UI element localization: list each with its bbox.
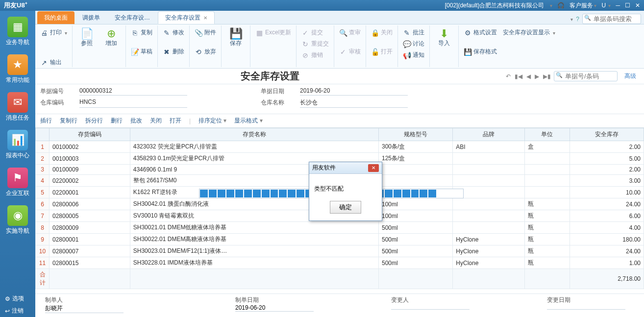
u-menu[interactable]: U	[601, 2, 611, 9]
approval-button[interactable]: ✎批注	[401, 27, 426, 38]
cell-qty[interactable]: 6.00	[570, 210, 644, 222]
undo-icon[interactable]: ↶	[505, 72, 512, 81]
sidebar-item-biznav[interactable]: ▦业务导航	[0, 11, 35, 49]
cell-unit[interactable]	[524, 165, 570, 175]
cell-code[interactable]: 00100009	[50, 165, 130, 175]
cell-unit[interactable]: 瓶	[524, 245, 570, 257]
cell-brand[interactable]: HyClone	[453, 257, 524, 269]
save-format-button[interactable]: 💾保存格式	[462, 47, 557, 57]
cell-qty[interactable]: 24.00	[570, 245, 644, 257]
cell-code[interactable]: 00100003	[50, 153, 130, 165]
tt-open[interactable]: 打开	[170, 117, 181, 125]
advanced-link[interactable]: 高级	[623, 71, 637, 81]
company-dropdown[interactable]	[549, 2, 552, 9]
sidebar-item-messages[interactable]: ✉消息任务	[0, 86, 35, 124]
tab-close-icon[interactable]: ✕	[203, 15, 207, 21]
cell-code[interactable]: 02800005	[50, 210, 130, 222]
table-row[interactable]: 1 00100002 4323032 荧光定量PCR八排管盖 300条/盒 AB…	[36, 141, 644, 153]
cell-name[interactable]: SH30021.01 DMEM低糖液体培养基	[130, 222, 378, 234]
wh-code-value[interactable]: HNCS	[79, 98, 187, 108]
close-icon[interactable]: ✕	[635, 2, 640, 9]
cell-unit[interactable]: 瓶	[524, 257, 570, 269]
tab-overflow[interactable]	[570, 16, 573, 23]
cell-brand[interactable]: HyClone	[453, 234, 524, 245]
cell-brand[interactable]	[453, 222, 524, 234]
copy-button[interactable]: ⎘复制	[129, 27, 154, 38]
tt-delrow[interactable]: 删行	[111, 117, 123, 125]
sidebar-item-reports[interactable]: 📊报表中心	[0, 124, 35, 162]
cell-spec[interactable]: 300条/盒	[378, 141, 452, 153]
cell-code[interactable]: 02800006	[50, 198, 130, 210]
cell-name[interactable]: SH30228.01 IMDM液体培养基	[130, 257, 378, 269]
cell-code[interactable]: 02800009	[50, 222, 130, 234]
doc-no-value[interactable]: 0000000312	[79, 87, 187, 96]
tt-sortloc[interactable]: 排序定位	[198, 117, 226, 125]
cell-brand[interactable]	[453, 210, 524, 222]
excel-update-button[interactable]: ▦Excel更新	[253, 27, 293, 38]
cell-code[interactable]: 02200001	[50, 187, 130, 198]
last-icon[interactable]: ▶▮	[542, 72, 552, 81]
cell-unit[interactable]: 瓶	[524, 234, 570, 245]
cell-spec[interactable]: 100ml	[378, 198, 452, 210]
discuss-button[interactable]: 💬讨论	[401, 39, 426, 49]
tt-close[interactable]: 关闭	[150, 117, 162, 125]
print-button[interactable]: 🖨打印	[38, 27, 69, 38]
doc-date-value[interactable]: 2019-06-20	[300, 87, 408, 96]
cell-brand[interactable]	[453, 153, 524, 165]
tt-copyrow[interactable]: 复制行	[60, 117, 77, 125]
table-row[interactable]: 11 02800015 SH30228.01 IMDM液体培养基 500ml H…	[36, 257, 644, 269]
cell-unit[interactable]: 瓶	[524, 210, 570, 222]
sidebar-item-common[interactable]: ★常用功能	[0, 49, 35, 86]
prev-icon[interactable]: ◀	[525, 72, 532, 81]
table-row[interactable]: 9 02800001 SH30022.01 DMEM高糖液体培养基 500ml …	[36, 234, 644, 245]
dialog-close-icon[interactable]: ✕	[368, 164, 379, 172]
sidebar-item-impl[interactable]: ◉实施导航	[0, 199, 35, 237]
cell-code[interactable]: 02800001	[50, 234, 130, 245]
tt-insert[interactable]: 插行	[40, 117, 52, 125]
sidebar-logout[interactable]: ↩注销	[0, 305, 35, 317]
add-button[interactable]: ⊕增加	[100, 27, 123, 48]
sidebar-options[interactable]: ⚙选项	[0, 293, 35, 305]
cell-qty[interactable]: 24.00	[570, 198, 644, 210]
cell-spec[interactable]: 500ml	[378, 245, 452, 257]
display-setting-button[interactable]: 安全库存设置显示	[501, 27, 557, 38]
cell-qty[interactable]: 2.00	[570, 165, 644, 175]
dialog-ok-button[interactable]: 确定	[330, 201, 361, 214]
customer-service-link[interactable]: 客户服务	[570, 1, 596, 10]
cell-spec[interactable]: 500ml	[378, 234, 452, 245]
draft-button[interactable]: 📝草稿	[129, 47, 154, 57]
cell-qty[interactable]: 3.00	[570, 175, 644, 187]
cell-brand[interactable]	[453, 175, 524, 187]
table-row[interactable]: 10 02800007 SH30023.01 DMEM/F12(1:1)液体… …	[36, 245, 644, 257]
table-row[interactable]: 8 02800009 SH30021.01 DMEM低糖液体培养基 500ml …	[36, 222, 644, 234]
doc-search-input[interactable]	[554, 71, 618, 81]
cell-qty[interactable]: 10.00	[570, 187, 644, 198]
col-code[interactable]: 存货编码	[50, 128, 130, 141]
next-icon[interactable]: ▶	[534, 72, 540, 81]
cell-spec[interactable]: 500ml	[378, 222, 452, 234]
col-brand[interactable]: 品牌	[453, 128, 524, 141]
col-qty[interactable]: 安全库存	[570, 128, 644, 141]
reference-button[interactable]: 📄参照	[75, 27, 98, 48]
cell-spec[interactable]	[378, 165, 452, 175]
help-icon[interactable]: ?	[576, 16, 579, 23]
delete-button[interactable]: ✖删除	[161, 47, 186, 57]
output-button[interactable]: ↗输出	[38, 57, 69, 68]
cell-spec[interactable]: 125条/盒	[378, 153, 452, 165]
import-button[interactable]: ⬇导入	[433, 27, 455, 48]
abandon-button[interactable]: ⟲放弃	[193, 47, 218, 57]
format-button[interactable]: ⚙格式设置	[462, 27, 499, 38]
cell-spec[interactable]: 100ml	[378, 210, 452, 222]
cell-unit[interactable]	[524, 153, 570, 165]
cell-name[interactable]: 4323032 荧光定量PCR八排管盖	[130, 141, 378, 153]
col-unit[interactable]: 单位	[524, 128, 570, 141]
save-button[interactable]: 💾保存	[224, 27, 247, 48]
tt-dispfmt[interactable]: 显示格式	[234, 117, 262, 125]
cell-name[interactable]: SH30023.01 DMEM/F12(1:1)液体…	[130, 245, 378, 257]
first-icon[interactable]: ▮◀	[514, 72, 523, 81]
cell-code[interactable]: 00100002	[50, 141, 130, 153]
tab-safety-1[interactable]: 安全库存设…	[108, 11, 157, 24]
cell-unit[interactable]: 瓶	[524, 222, 570, 234]
tab-safety-2[interactable]: 安全库存设置✕	[158, 11, 215, 24]
cell-qty[interactable]: 2.00	[570, 141, 644, 153]
